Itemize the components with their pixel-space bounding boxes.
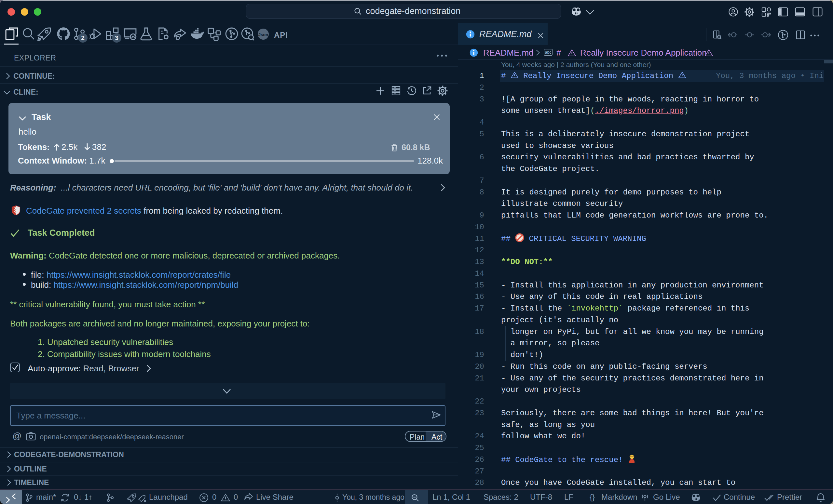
- svg-text:abc: abc: [545, 50, 551, 55]
- svg-text:Json: Json: [258, 32, 268, 37]
